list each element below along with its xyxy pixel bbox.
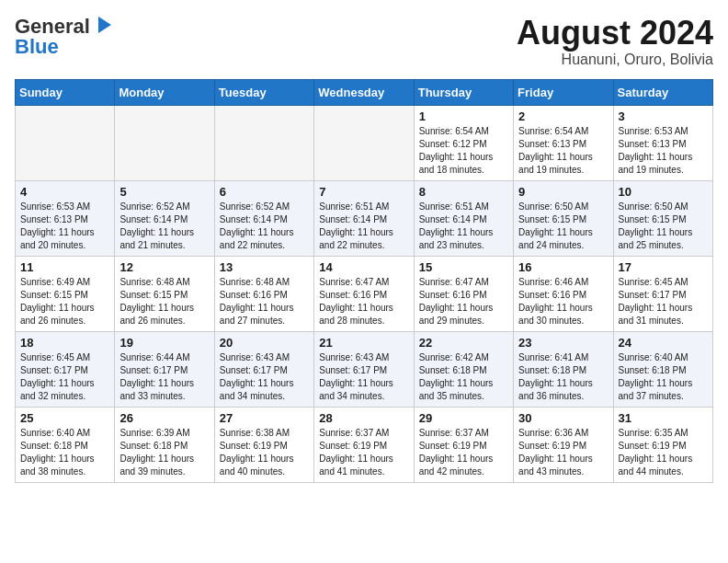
calendar-cell: 9Sunrise: 6:50 AM Sunset: 6:15 PM Daylig…: [514, 180, 613, 256]
calendar-cell: 8Sunrise: 6:51 AM Sunset: 6:14 PM Daylig…: [414, 180, 513, 256]
calendar-cell: 5Sunrise: 6:52 AM Sunset: 6:14 PM Daylig…: [115, 180, 214, 256]
calendar-cell: 16Sunrise: 6:46 AM Sunset: 6:16 PM Dayli…: [514, 256, 613, 331]
day-number: 12: [119, 260, 209, 274]
day-info: Sunrise: 6:53 AM Sunset: 6:13 PM Dayligh…: [20, 201, 109, 252]
day-number: 7: [319, 185, 408, 199]
day-info: Sunrise: 6:36 AM Sunset: 6:19 PM Dayligh…: [518, 427, 608, 478]
calendar-cell: 13Sunrise: 6:48 AM Sunset: 6:16 PM Dayli…: [214, 256, 313, 331]
day-info: Sunrise: 6:51 AM Sunset: 6:14 PM Dayligh…: [419, 201, 508, 252]
day-number: 5: [119, 185, 209, 199]
day-info: Sunrise: 6:35 AM Sunset: 6:19 PM Dayligh…: [619, 427, 708, 478]
calendar-cell: 17Sunrise: 6:45 AM Sunset: 6:17 PM Dayli…: [613, 256, 712, 331]
day-info: Sunrise: 6:41 AM Sunset: 6:18 PM Dayligh…: [518, 351, 608, 403]
day-number: 21: [319, 336, 408, 350]
day-number: 1: [419, 109, 508, 123]
calendar-cell: 19Sunrise: 6:44 AM Sunset: 6:17 PM Dayli…: [115, 331, 214, 407]
calendar-cell: 2Sunrise: 6:54 AM Sunset: 6:13 PM Daylig…: [514, 105, 613, 180]
day-number: 18: [20, 336, 109, 350]
day-number: 26: [119, 411, 209, 425]
logo-blue-text: Blue: [15, 35, 59, 59]
title-block: August 2024 Huanuni, Oruro, Bolivia: [517, 15, 713, 68]
day-number: 25: [20, 411, 109, 425]
logo: General Blue: [15, 15, 113, 59]
calendar-cell: 26Sunrise: 6:39 AM Sunset: 6:18 PM Dayli…: [115, 407, 214, 482]
day-number: 27: [220, 411, 309, 425]
calendar-cell: 15Sunrise: 6:47 AM Sunset: 6:16 PM Dayli…: [414, 256, 513, 331]
day-info: Sunrise: 6:47 AM Sunset: 6:16 PM Dayligh…: [419, 276, 508, 327]
calendar-cell: 4Sunrise: 6:53 AM Sunset: 6:13 PM Daylig…: [16, 180, 115, 256]
day-number: 2: [518, 109, 608, 123]
calendar-cell: 31Sunrise: 6:35 AM Sunset: 6:19 PM Dayli…: [613, 407, 712, 482]
calendar-cell: [314, 105, 414, 180]
day-number: 15: [419, 260, 508, 274]
column-header-friday: Friday: [514, 79, 613, 105]
day-info: Sunrise: 6:54 AM Sunset: 6:12 PM Dayligh…: [419, 125, 508, 177]
day-number: 16: [518, 260, 608, 274]
day-info: Sunrise: 6:43 AM Sunset: 6:17 PM Dayligh…: [220, 351, 309, 403]
column-header-thursday: Thursday: [414, 79, 513, 105]
column-header-tuesday: Tuesday: [214, 79, 313, 105]
day-info: Sunrise: 6:43 AM Sunset: 6:17 PM Dayligh…: [319, 351, 408, 403]
day-number: 31: [619, 411, 708, 425]
day-number: 6: [220, 185, 309, 199]
day-info: Sunrise: 6:47 AM Sunset: 6:16 PM Dayligh…: [319, 276, 408, 327]
calendar-cell: [16, 105, 115, 180]
calendar-cell: 25Sunrise: 6:40 AM Sunset: 6:18 PM Dayli…: [16, 407, 115, 482]
day-info: Sunrise: 6:40 AM Sunset: 6:18 PM Dayligh…: [619, 351, 708, 403]
column-header-saturday: Saturday: [613, 79, 712, 105]
day-info: Sunrise: 6:48 AM Sunset: 6:15 PM Dayligh…: [119, 276, 209, 327]
calendar-cell: [214, 105, 313, 180]
day-number: 20: [220, 336, 309, 350]
day-number: 13: [220, 260, 309, 274]
day-number: 28: [319, 411, 408, 425]
calendar-cell: 24Sunrise: 6:40 AM Sunset: 6:18 PM Dayli…: [613, 331, 712, 407]
day-info: Sunrise: 6:39 AM Sunset: 6:18 PM Dayligh…: [119, 427, 209, 478]
day-info: Sunrise: 6:50 AM Sunset: 6:15 PM Dayligh…: [518, 201, 608, 252]
location: Huanuni, Oruro, Bolivia: [517, 52, 713, 68]
calendar-cell: [115, 105, 214, 180]
day-info: Sunrise: 6:37 AM Sunset: 6:19 PM Dayligh…: [319, 427, 408, 478]
day-number: 8: [419, 185, 508, 199]
calendar-cell: 12Sunrise: 6:48 AM Sunset: 6:15 PM Dayli…: [115, 256, 214, 331]
calendar-header-row: SundayMondayTuesdayWednesdayThursdayFrid…: [16, 79, 713, 105]
day-info: Sunrise: 6:37 AM Sunset: 6:19 PM Dayligh…: [419, 427, 508, 478]
logo-blue-icon: [93, 15, 113, 39]
day-number: 14: [319, 260, 408, 274]
calendar-body: 1Sunrise: 6:54 AM Sunset: 6:12 PM Daylig…: [16, 105, 713, 482]
calendar-cell: 1Sunrise: 6:54 AM Sunset: 6:12 PM Daylig…: [414, 105, 513, 180]
day-number: 4: [20, 185, 109, 199]
calendar-cell: 29Sunrise: 6:37 AM Sunset: 6:19 PM Dayli…: [414, 407, 513, 482]
day-number: 22: [419, 336, 508, 350]
day-number: 11: [20, 260, 109, 274]
week-row-2: 4Sunrise: 6:53 AM Sunset: 6:13 PM Daylig…: [16, 180, 713, 256]
day-number: 17: [619, 260, 708, 274]
week-row-5: 25Sunrise: 6:40 AM Sunset: 6:18 PM Dayli…: [16, 407, 713, 482]
day-info: Sunrise: 6:42 AM Sunset: 6:18 PM Dayligh…: [419, 351, 508, 403]
calendar-cell: 22Sunrise: 6:42 AM Sunset: 6:18 PM Dayli…: [414, 331, 513, 407]
column-header-wednesday: Wednesday: [314, 79, 414, 105]
calendar-cell: 11Sunrise: 6:49 AM Sunset: 6:15 PM Dayli…: [16, 256, 115, 331]
day-info: Sunrise: 6:48 AM Sunset: 6:16 PM Dayligh…: [220, 276, 309, 327]
day-info: Sunrise: 6:45 AM Sunset: 6:17 PM Dayligh…: [20, 351, 109, 403]
week-row-1: 1Sunrise: 6:54 AM Sunset: 6:12 PM Daylig…: [16, 105, 713, 180]
week-row-3: 11Sunrise: 6:49 AM Sunset: 6:15 PM Dayli…: [16, 256, 713, 331]
day-number: 24: [619, 336, 708, 350]
day-number: 10: [619, 185, 708, 199]
day-number: 19: [119, 336, 209, 350]
page-header: General Blue August 2024 Huanuni, Oruro,…: [15, 15, 713, 68]
day-info: Sunrise: 6:51 AM Sunset: 6:14 PM Dayligh…: [319, 201, 408, 252]
calendar-cell: 21Sunrise: 6:43 AM Sunset: 6:17 PM Dayli…: [314, 331, 414, 407]
calendar-cell: 27Sunrise: 6:38 AM Sunset: 6:19 PM Dayli…: [214, 407, 313, 482]
calendar-cell: 20Sunrise: 6:43 AM Sunset: 6:17 PM Dayli…: [214, 331, 313, 407]
day-info: Sunrise: 6:38 AM Sunset: 6:19 PM Dayligh…: [220, 427, 309, 478]
calendar-cell: 7Sunrise: 6:51 AM Sunset: 6:14 PM Daylig…: [314, 180, 414, 256]
day-info: Sunrise: 6:46 AM Sunset: 6:16 PM Dayligh…: [518, 276, 608, 327]
day-info: Sunrise: 6:52 AM Sunset: 6:14 PM Dayligh…: [119, 201, 209, 252]
calendar-cell: 30Sunrise: 6:36 AM Sunset: 6:19 PM Dayli…: [514, 407, 613, 482]
day-info: Sunrise: 6:44 AM Sunset: 6:17 PM Dayligh…: [119, 351, 209, 403]
calendar-table: SundayMondayTuesdayWednesdayThursdayFrid…: [15, 79, 713, 483]
day-number: 3: [619, 109, 708, 123]
svg-marker-0: [98, 17, 111, 33]
day-number: 9: [518, 185, 608, 199]
column-header-monday: Monday: [115, 79, 214, 105]
